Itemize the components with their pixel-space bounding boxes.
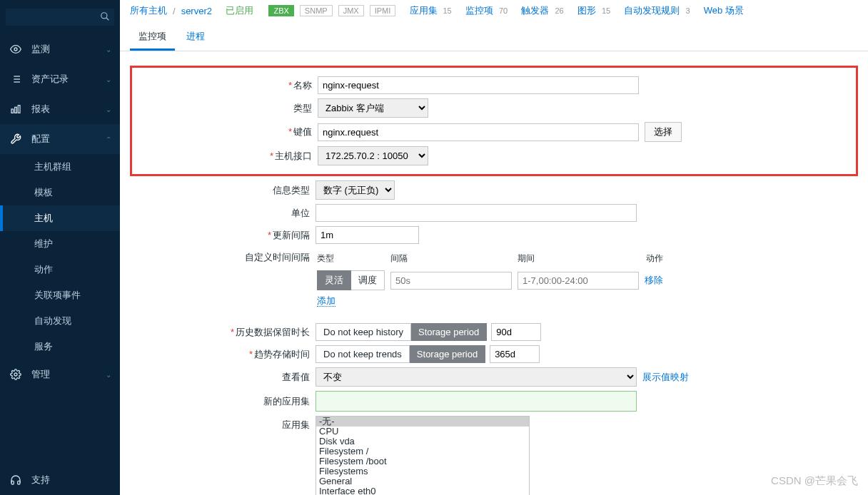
app-option[interactable]: General xyxy=(316,476,529,486)
hist-value-input[interactable] xyxy=(491,323,541,341)
hist-store-button[interactable]: Storage period xyxy=(411,323,487,341)
label-info: 信息类型 xyxy=(273,185,310,195)
tab-item[interactable]: 监控项 xyxy=(130,24,175,51)
tabs: 监控项 进程 xyxy=(120,24,868,51)
update-input[interactable] xyxy=(316,226,419,244)
tab-process[interactable]: 进程 xyxy=(178,24,213,51)
item-form: *名称 类型 Zabbix 客户端 *键值 选择 *主机接口 172.25.70… xyxy=(120,51,868,495)
newapp-input[interactable] xyxy=(316,391,637,412)
count-triggers: 26 xyxy=(555,6,563,15)
app-option[interactable]: Interface eth0 xyxy=(316,486,529,495)
nav-reports[interactable]: 报表 ⌄ xyxy=(0,94,120,124)
link-discovery[interactable]: 自动发现规则 xyxy=(624,4,680,17)
headphones-icon xyxy=(10,474,23,486)
chevron-down-icon: ⌄ xyxy=(106,106,111,113)
ci-remove-link[interactable]: 移除 xyxy=(645,275,663,285)
tag-snmp: SNMP xyxy=(300,5,333,16)
trend-value-input[interactable] xyxy=(490,345,540,363)
link-triggers[interactable]: 触发器 xyxy=(521,4,549,17)
svg-point-0 xyxy=(101,13,107,19)
ci-period-input[interactable] xyxy=(518,272,639,290)
app-option[interactable]: Disk vda xyxy=(316,437,529,446)
svg-rect-11 xyxy=(18,106,20,113)
ci-interval-input[interactable] xyxy=(390,272,512,290)
ci-th-interval: 间隔 xyxy=(390,250,516,267)
show-select[interactable]: 不变 xyxy=(316,367,637,387)
name-input[interactable] xyxy=(318,76,639,94)
label-name: 名称 xyxy=(293,80,312,91)
crumb-host[interactable]: server2 xyxy=(181,6,212,16)
ci-sched-button[interactable]: 调度 xyxy=(351,270,385,290)
nav-monitor[interactable]: 监测 ⌄ xyxy=(0,34,120,64)
nav-label: 监测 xyxy=(31,43,50,56)
sub-template[interactable]: 模板 xyxy=(0,180,120,205)
info-select[interactable]: 数字 (无正负) xyxy=(316,180,395,200)
crumb-all-hosts[interactable]: 所有主机 xyxy=(130,4,167,17)
ci-th-type: 类型 xyxy=(317,250,389,267)
search-input[interactable] xyxy=(6,9,114,26)
sub-hostgroup[interactable]: 主机群组 xyxy=(0,154,120,180)
gear-icon xyxy=(10,369,23,380)
nav-inventory[interactable]: 资产记录 ⌄ xyxy=(0,64,120,94)
search-icon[interactable] xyxy=(100,11,110,21)
label-type: 类型 xyxy=(293,103,312,113)
key-input[interactable] xyxy=(318,123,639,141)
count-graphs: 15 xyxy=(602,6,610,15)
chevron-down-icon: ⌄ xyxy=(106,76,111,83)
svg-rect-10 xyxy=(15,107,17,113)
chevron-down-icon: ⌄ xyxy=(106,46,111,53)
link-items[interactable]: 监控项 xyxy=(465,4,493,17)
hist-nokeep-button[interactable]: Do not keep history xyxy=(316,323,411,341)
sub-action[interactable]: 动作 xyxy=(0,257,120,282)
eye-icon xyxy=(10,44,23,55)
ci-th-action: 动作 xyxy=(645,250,667,267)
nav-label: 管理 xyxy=(31,368,50,381)
link-apps[interactable]: 应用集 xyxy=(410,4,438,17)
link-web[interactable]: Web 场景 xyxy=(704,4,744,17)
app-option[interactable]: Filesystem / xyxy=(316,446,529,456)
app-option[interactable]: Filesystem /boot xyxy=(316,456,529,466)
count-apps: 15 xyxy=(443,6,452,15)
ci-add-link[interactable]: 添加 xyxy=(317,295,335,307)
tag-zbx: ZBX xyxy=(268,5,293,16)
sub-correlation[interactable]: 关联项事件 xyxy=(0,282,120,308)
nav-support[interactable]: 支持 xyxy=(0,465,120,495)
label-unit: 单位 xyxy=(291,208,310,218)
type-select[interactable]: Zabbix 客户端 xyxy=(318,98,428,118)
trend-nokeep-button[interactable]: Do not keep trends xyxy=(316,345,410,363)
sub-service[interactable]: 服务 xyxy=(0,334,120,359)
sub-maintenance[interactable]: 维护 xyxy=(0,231,120,257)
key-select-button[interactable]: 选择 xyxy=(645,122,682,142)
highlight-box: *名称 类型 Zabbix 客户端 *键值 选择 *主机接口 172.25.70… xyxy=(130,66,858,176)
app-option[interactable]: CPU xyxy=(316,427,529,437)
label-trend: 趋势存储时间 xyxy=(254,349,310,359)
label-interface: 主机接口 xyxy=(275,150,312,161)
app-option[interactable]: Filesystems xyxy=(316,466,529,476)
tag-jmx: JMX xyxy=(338,5,364,16)
label-update: 更新间隔 xyxy=(273,230,310,240)
sub-host[interactable]: 主机 xyxy=(0,205,120,231)
app-option[interactable]: -无- xyxy=(316,417,529,427)
interface-select[interactable]: 172.25.70.2 : 10050 xyxy=(318,146,428,165)
sub-discovery[interactable]: 自动发现 xyxy=(0,308,120,334)
nav-label: 资产记录 xyxy=(31,73,69,86)
nav-config[interactable]: 配置 ⌃ xyxy=(0,124,120,154)
nav-admin[interactable]: 管理 ⌄ xyxy=(0,359,120,389)
breadcrumb: 所有主机 / server2 已启用 ZBX SNMP JMX IPMI 应用集… xyxy=(120,0,868,17)
apps-listbox[interactable]: -无-CPUDisk vdaFilesystem /Filesystem /bo… xyxy=(316,416,530,495)
nav-label: 报表 xyxy=(31,103,50,116)
list-icon xyxy=(10,73,23,85)
trend-store-button[interactable]: Storage period xyxy=(410,345,485,363)
count-discovery: 3 xyxy=(685,6,690,15)
wrench-icon xyxy=(10,133,23,145)
nav-label: 配置 xyxy=(31,133,50,146)
label-history: 历史数据保留时长 xyxy=(236,327,310,337)
ci-flex-button[interactable]: 灵活 xyxy=(317,270,351,290)
link-graphs[interactable]: 图形 xyxy=(577,4,596,17)
svg-point-12 xyxy=(14,373,17,376)
chevron-down-icon: ⌄ xyxy=(106,371,111,379)
sidebar: 监测 ⌄ 资产记录 ⌄ 报表 ⌄ 配置 ⌃ 主机群组 模板 主机 维护 动作 关… xyxy=(0,0,120,495)
unit-input[interactable] xyxy=(316,204,637,222)
label-newapp: 新的应用集 xyxy=(263,396,310,407)
show-map-link[interactable]: 展示值映射 xyxy=(642,371,689,384)
